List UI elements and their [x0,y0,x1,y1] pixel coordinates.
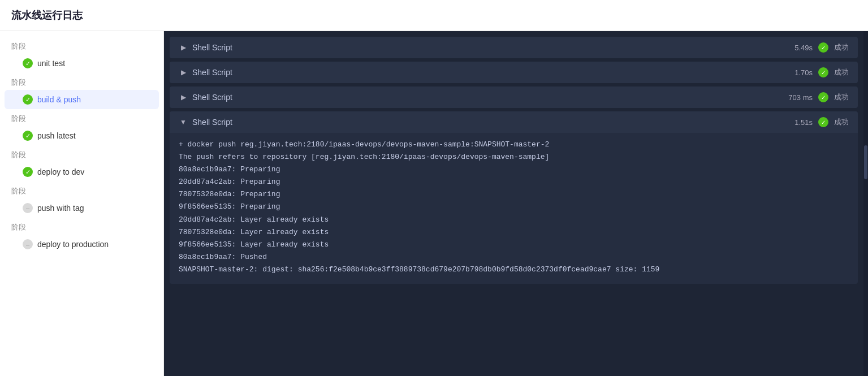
status-icon-push-latest: ✓ [23,131,33,141]
chevron-down-icon-4: ▼ [179,118,188,126]
shell-block-1-left: ▶ Shell Script [179,43,232,52]
shell-block-2-duration: 1.70s [794,68,813,77]
chevron-right-icon-3: ▶ [179,93,188,101]
shell-block-1-status: 成功 [834,42,849,53]
section-label-6: 阶段 [0,218,163,235]
section-label-3: 阶段 [0,109,163,126]
shell-block-3-label: Shell Script [192,93,232,102]
shell-block-4-right: 1.51s ✓ 成功 [794,117,849,127]
sidebar-item-label-deploy-dev: deploy to dev [37,167,84,176]
shell-block-2-label: Shell Script [192,68,232,77]
chevron-right-icon-1: ▶ [179,44,188,51]
shell-block-1-right: 5.49s ✓ 成功 [794,42,849,53]
shell-block-3-status: 成功 [834,92,849,102]
terminal-output-4: + docker push reg.jiyan.tech:2180/ipaas-… [170,133,858,284]
sidebar-item-label-push-latest: push latest [37,131,76,140]
status-dot-4: ✓ [818,117,828,127]
sidebar-item-label-build-push: build & push [37,95,81,104]
shell-block-4-header[interactable]: ▼ Shell Script 1.51s ✓ 成功 [170,111,858,133]
shell-block-3: ▶ Shell Script 703 ms ✓ 成功 [170,87,858,108]
shell-block-1-duration: 5.49s [794,44,813,52]
scroll-thumb[interactable] [864,145,867,179]
shell-block-2-status: 成功 [834,67,849,77]
shell-block-1: ▶ Shell Script 5.49s ✓ 成功 [170,37,858,58]
page-title: 流水线运行日志 [0,0,868,31]
section-label-4: 阶段 [0,145,163,162]
status-icon-push-tag: – [23,203,33,213]
status-dot-3: ✓ [818,92,828,102]
sidebar-item-push-tag[interactable]: – push with tag [0,198,163,218]
shell-block-4-label: Shell Script [192,118,232,127]
shell-block-3-duration: 703 ms [788,93,813,102]
shell-block-4-left: ▼ Shell Script [179,118,232,127]
status-dot-1: ✓ [818,42,828,53]
sidebar-item-push-latest[interactable]: ✓ push latest [0,126,163,145]
sidebar: 阶段 ✓ unit test 阶段 ✓ build & push 阶段 ✓ pu… [0,31,164,376]
sidebar-item-unit-test[interactable]: ✓ unit test [0,54,163,73]
shell-block-3-header[interactable]: ▶ Shell Script 703 ms ✓ 成功 [170,87,858,108]
shell-block-3-right: 703 ms ✓ 成功 [788,92,849,102]
sidebar-item-label-unit-test: unit test [37,59,65,68]
shell-block-2: ▶ Shell Script 1.70s ✓ 成功 [170,62,858,83]
scrollbar[interactable] [863,31,868,376]
status-icon-deploy-prod: – [23,239,33,249]
sidebar-item-label-push-tag: push with tag [37,204,84,213]
shell-block-1-label: Shell Script [192,43,232,52]
shell-block-2-header[interactable]: ▶ Shell Script 1.70s ✓ 成功 [170,62,858,83]
shell-block-1-header[interactable]: ▶ Shell Script 5.49s ✓ 成功 [170,37,858,58]
section-label-2: 阶段 [0,73,163,90]
shell-block-3-left: ▶ Shell Script [179,93,232,102]
section-label-1: 阶段 [0,37,163,54]
sidebar-item-deploy-dev[interactable]: ✓ deploy to dev [0,162,163,181]
sidebar-item-deploy-prod[interactable]: – deploy to production [0,235,163,254]
section-label-5: 阶段 [0,181,163,198]
sidebar-item-label-deploy-prod: deploy to production [37,240,109,249]
shell-block-4-duration: 1.51s [794,118,813,127]
status-icon-deploy-dev: ✓ [23,167,33,177]
chevron-right-icon-2: ▶ [179,68,188,76]
terminal-content-area: ▶ Shell Script 5.49s ✓ 成功 ▶ Shell Script… [164,31,863,376]
status-dot-2: ✓ [818,67,828,77]
shell-block-4: ▼ Shell Script 1.51s ✓ 成功 + docker push … [170,111,858,284]
status-icon-unit-test: ✓ [23,58,33,68]
shell-block-2-left: ▶ Shell Script [179,68,232,77]
shell-block-4-status: 成功 [834,117,849,127]
shell-block-2-right: 1.70s ✓ 成功 [794,67,849,77]
status-icon-build-push: ✓ [23,94,33,105]
sidebar-item-build-push[interactable]: ✓ build & push [5,90,159,109]
